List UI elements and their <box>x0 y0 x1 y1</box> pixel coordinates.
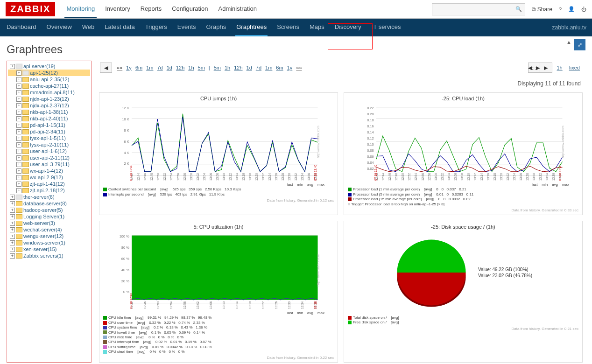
chart-1[interactable]: -25: CPU load (1h)0.220.200.180.160.140.… <box>344 92 583 215</box>
mainnav-administration[interactable]: Administration <box>217 0 259 18</box>
expand-icon[interactable]: + <box>10 201 15 206</box>
range-1h[interactable]: 1h <box>188 65 194 70</box>
expand-icon[interactable]: + <box>16 155 21 161</box>
tree-item[interactable]: +Zabbix servers(1) <box>8 252 90 259</box>
subtab-events[interactable]: Events <box>176 19 197 36</box>
tree-item[interactable]: +nkb-api-1-38(11) <box>8 109 90 115</box>
range-1d[interactable]: 1d <box>247 65 252 70</box>
range-6m[interactable]: 6m <box>276 65 283 70</box>
range-12h[interactable]: 12h <box>176 65 184 70</box>
range-6m[interactable]: 6m <box>135 65 142 70</box>
range-1y[interactable]: 1y <box>126 65 132 70</box>
subtab-graphtrees[interactable]: Graphtrees <box>235 19 268 36</box>
expand-icon[interactable]: + <box>10 208 15 213</box>
tree-item[interactable]: +aniu-api-2-35(12) <box>8 76 90 83</box>
user-icon[interactable]: 👤 <box>568 6 575 12</box>
tree-item[interactable]: +wengu-server(12) <box>8 233 90 239</box>
chart-3[interactable]: -25: Disk space usage / (1h)Value: 49.22… <box>344 221 583 363</box>
expand-icon[interactable]: + <box>16 129 21 134</box>
chart-0[interactable]: CPU jumps (1h)12 K10 K8 K6 K4 K2 K12:421… <box>99 92 338 215</box>
expand-icon[interactable]: + <box>10 234 15 239</box>
expand-icon[interactable]: + <box>16 175 21 180</box>
expand-icon[interactable]: + <box>16 90 21 95</box>
expand-icon[interactable]: + <box>16 182 21 187</box>
tree-item[interactable]: +nkb-api-2-40(11) <box>8 115 90 122</box>
tree-item[interactable]: +wx-api-2-9(12) <box>8 174 90 181</box>
fullscreen-button[interactable]: ⤢ <box>574 39 585 50</box>
expand-icon[interactable]: + <box>10 227 15 232</box>
subtab-it-services[interactable]: IT services <box>371 19 402 36</box>
search-input[interactable]: 🔍 <box>432 3 525 15</box>
tree-item[interactable]: +pd-api-2-34(11) <box>8 128 90 135</box>
expand-icon[interactable]: + <box>16 149 21 154</box>
next-button[interactable]: ▶ <box>540 63 552 73</box>
expand-icon[interactable]: + <box>16 168 21 174</box>
subtab-overview[interactable]: Overview <box>46 19 73 36</box>
range-1d[interactable]: 1d <box>167 65 172 70</box>
subtab-dashboard[interactable]: Dashboard <box>6 19 37 36</box>
expand-icon[interactable]: + <box>16 84 21 89</box>
tree-item[interactable]: +database-server(8) <box>8 200 90 207</box>
tree-item[interactable]: +njdx-api-1-23(12) <box>8 96 90 102</box>
mainnav-monitoring[interactable]: Monitoring <box>64 0 97 18</box>
expand-icon[interactable]: + <box>16 188 21 193</box>
help-icon[interactable]: ? <box>559 7 562 12</box>
expand-icon[interactable]: + <box>10 64 15 69</box>
tree-item[interactable]: +windows-server(1) <box>8 239 90 246</box>
expand-icon[interactable]: + <box>16 142 21 147</box>
range-1y[interactable]: 1y <box>287 65 293 70</box>
expand-icon[interactable]: + <box>16 70 21 76</box>
expand-icon[interactable]: + <box>16 123 21 128</box>
collapse-icon[interactable]: ▲ <box>566 39 571 45</box>
tree-item[interactable]: +user-api-2-11(12) <box>8 154 90 161</box>
subtab-web[interactable]: Web <box>81 19 96 36</box>
expand-icon[interactable]: + <box>10 214 15 219</box>
tree-item[interactable]: +api-1-25(12) <box>8 70 90 76</box>
zoom-out-button[interactable]: ◀:::▶ <box>528 63 540 73</box>
range-12h[interactable]: 12h <box>234 65 242 70</box>
tree-item[interactable]: +zjt-api-1-41(12) <box>8 181 90 187</box>
expand-icon[interactable]: + <box>10 240 15 245</box>
range-7d[interactable]: 7d <box>157 65 162 70</box>
chart-2[interactable]: 5: CPU utilization (1h)100 %80 %60 %40 %… <box>99 221 338 363</box>
expand-icon[interactable]: + <box>16 97 21 102</box>
tree-item[interactable]: +user-api-1-6(12) <box>8 148 90 154</box>
power-icon[interactable]: ⏻ <box>581 7 586 12</box>
tree-item[interactable]: +njdx-api-2-37(12) <box>8 102 90 109</box>
subtab-triggers[interactable]: Triggers <box>144 19 168 36</box>
mainnav-reports[interactable]: Reports <box>139 0 164 18</box>
tree-item[interactable]: +api-server(19) <box>8 63 90 70</box>
tree-item[interactable]: +tysx-api-1-5(11) <box>8 135 90 141</box>
subtab-graphs[interactable]: Graphs <box>205 19 227 36</box>
tree-item[interactable]: +mmadmin-api-8(11) <box>8 89 90 96</box>
tree-item[interactable]: +ther-server(6) <box>8 194 90 200</box>
share-link[interactable]: ⧉ Share <box>532 6 552 13</box>
tree-item[interactable]: +zjt-api-2-18(12) <box>8 187 90 194</box>
tree-item[interactable]: +Logging Server(1) <box>8 213 90 220</box>
mainnav-configuration[interactable]: Configuration <box>170 0 210 18</box>
mainnav-inventory[interactable]: Inventory <box>103 0 132 18</box>
range-mode[interactable]: fixed <box>567 64 582 71</box>
tree-item[interactable]: +wechat-server(4) <box>8 226 90 233</box>
range-selected[interactable]: 1h <box>555 64 564 71</box>
tree-item[interactable]: +hadoop-server(5) <box>8 207 90 213</box>
subtab-screens[interactable]: Screens <box>276 19 300 36</box>
range-5m[interactable]: 5m <box>198 65 205 70</box>
expand-icon[interactable]: + <box>16 162 21 167</box>
expand-icon[interactable]: + <box>16 77 21 82</box>
expand-icon[interactable]: + <box>10 253 15 259</box>
tree-item[interactable]: +web-server(3) <box>8 220 90 226</box>
tree-item[interactable]: +tysx-api-2-10(11) <box>8 141 90 148</box>
range-7d[interactable]: 7d <box>256 65 261 70</box>
tree-item[interactable]: +wx-api-1-4(12) <box>8 168 90 174</box>
prev-button[interactable]: ◀ <box>100 63 112 73</box>
expand-icon[interactable]: + <box>16 136 21 141</box>
tree-item[interactable]: +xen-server(15) <box>8 246 90 252</box>
subtab-maps[interactable]: Maps <box>309 19 325 36</box>
range-1h[interactable]: 1h <box>225 65 230 70</box>
tree-item[interactable]: +pd-api-1-15(11) <box>8 122 90 128</box>
expand-icon[interactable]: + <box>10 195 15 200</box>
tree-item[interactable]: +cache-api-27(11) <box>8 83 90 89</box>
expand-icon[interactable]: + <box>16 110 21 115</box>
expand-icon[interactable]: + <box>16 103 21 108</box>
